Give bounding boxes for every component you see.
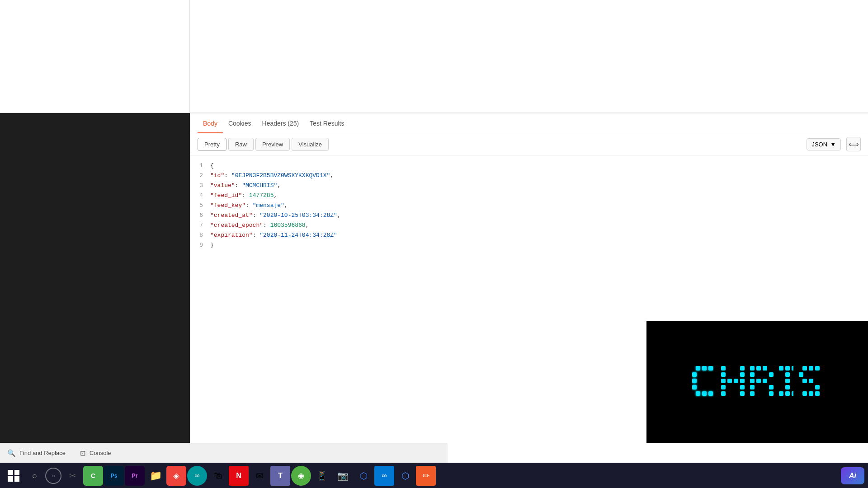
netflix-icon[interactable]: N [229, 466, 249, 486]
teams-icon[interactable]: T [270, 466, 290, 486]
mail-icon[interactable]: ✉ [250, 466, 269, 486]
svg-rect-1 [702, 366, 707, 371]
svg-rect-26 [756, 366, 761, 371]
cortana-button[interactable]: ○ [45, 468, 61, 484]
svg-rect-50 [809, 391, 813, 396]
svg-rect-39 [779, 391, 783, 396]
json-line-5: 5 "feed_key": "mensaje", [190, 201, 868, 211]
svg-rect-13 [721, 391, 726, 396]
taskbar-search-button[interactable]: ⌕ [24, 466, 44, 486]
raw-button[interactable]: Raw [228, 138, 254, 151]
json-line-3: 3 "value": "MCMCHRIS", [190, 181, 868, 191]
svg-rect-24 [750, 385, 755, 389]
svg-rect-21 [750, 366, 755, 371]
photoshop-icon[interactable]: Ps [104, 466, 124, 486]
json-line-2: 2 "id": "0EJPN3F2B5BVZ0WSXYKXKQVD1X", [190, 171, 868, 181]
svg-rect-17 [740, 372, 745, 377]
svg-rect-11 [721, 379, 726, 383]
tab-cookies[interactable]: Cookies [223, 113, 257, 133]
top-area [190, 0, 868, 113]
svg-rect-18 [740, 379, 745, 383]
svg-rect-47 [809, 379, 813, 383]
svg-rect-25 [750, 391, 755, 396]
pretty-button[interactable]: Pretty [198, 138, 226, 151]
xbox-icon[interactable]: ◉ [291, 466, 311, 486]
json-line-4: 4 "feed_id": 1477285, [190, 191, 868, 201]
tab-headers[interactable]: Headers (25) [257, 113, 305, 133]
tab-body[interactable]: Body [198, 113, 223, 133]
json-content: 1 { 2 "id": "0EJPN3F2B5BVZ0WSXYKXKQVD1X"… [190, 155, 868, 256]
tab-test-results[interactable]: Test Results [304, 113, 349, 133]
svg-rect-33 [779, 366, 783, 371]
led-letter-h [721, 366, 745, 398]
json-line-1: 1 { [190, 161, 868, 171]
chrome-icon[interactable]: ⬡ [354, 466, 373, 486]
svg-rect-27 [763, 366, 767, 371]
snipping-tool-icon[interactable]: ✂ [62, 466, 82, 486]
svg-rect-44 [815, 366, 820, 371]
led-letter-i [779, 366, 793, 398]
console-button[interactable]: ⊡ Console [73, 443, 118, 463]
left-panel [0, 0, 190, 113]
console-icon: ⊡ [80, 449, 86, 457]
infinity-icon[interactable]: ∞ [374, 466, 394, 486]
svg-rect-4 [692, 379, 697, 383]
ai-button[interactable]: Ai [841, 467, 864, 484]
svg-rect-7 [702, 391, 707, 396]
svg-rect-51 [815, 391, 820, 396]
led-display-overlay [646, 321, 868, 443]
anydesk-icon[interactable]: ◈ [166, 466, 186, 486]
svg-rect-15 [734, 379, 738, 383]
instagram-icon[interactable]: 📷 [333, 466, 353, 486]
led-display [692, 366, 822, 398]
arduino-icon[interactable]: ∞ [187, 466, 207, 486]
whatsapp-icon[interactable]: 📱 [312, 466, 332, 486]
format-bar: Pretty Raw Preview Visualize JSON ▼ ⟺ [190, 133, 868, 155]
svg-rect-36 [785, 372, 790, 377]
svg-rect-16 [740, 366, 745, 371]
svg-rect-30 [763, 379, 767, 383]
svg-rect-49 [802, 391, 807, 396]
svg-rect-20 [740, 391, 745, 396]
wrap-button[interactable]: ⟺ [846, 137, 861, 151]
json-line-8: 8 "expiration": "2020-11-24T04:34:28Z" [190, 230, 868, 240]
svg-rect-19 [740, 385, 745, 389]
svg-rect-48 [815, 385, 820, 389]
svg-rect-32 [769, 391, 774, 396]
svg-rect-29 [756, 379, 761, 383]
find-replace-button[interactable]: 🔍 Find and Replace [0, 443, 73, 463]
response-tabs: Body Cookies Headers (25) Test Results [190, 113, 868, 133]
file-explorer-icon[interactable]: 📁 [146, 466, 165, 486]
svg-rect-8 [708, 391, 713, 396]
camtasia-icon[interactable]: C [83, 466, 103, 486]
svg-rect-2 [708, 366, 713, 371]
svg-rect-45 [799, 372, 803, 377]
taskbar: ⌕ ○ ✂ C Ps Pr 📁 ◈ ∞ 🛍 N ✉ T ◉ 📱 📷 ⬡ ∞ ⬡ … [0, 463, 868, 488]
wacom-icon[interactable]: ✏ [416, 466, 436, 486]
json-selector[interactable]: JSON ▼ [807, 138, 841, 150]
svg-rect-14 [727, 379, 732, 383]
json-line-7: 7 "created_epoch": 1603596868, [190, 221, 868, 230]
svg-rect-38 [785, 385, 790, 389]
json-line-9: 9 } [190, 240, 868, 250]
svg-rect-37 [785, 379, 790, 383]
windows-start-button[interactable] [4, 466, 24, 486]
search-icon: 🔍 [7, 449, 16, 457]
svg-rect-28 [769, 372, 774, 377]
svg-rect-0 [696, 366, 700, 371]
svg-rect-12 [721, 385, 726, 389]
svg-rect-41 [792, 391, 793, 396]
bottom-bar: 🔍 Find and Replace ⊡ Console [0, 443, 448, 463]
led-letter-r [750, 366, 774, 398]
svg-rect-40 [785, 391, 790, 396]
preview-button[interactable]: Preview [255, 138, 290, 151]
svg-rect-35 [792, 366, 793, 371]
svg-rect-6 [696, 391, 700, 396]
visualize-button[interactable]: Visualize [292, 138, 329, 151]
svg-rect-43 [809, 366, 813, 371]
chrome-2-icon[interactable]: ⬡ [395, 466, 415, 486]
msstore-icon[interactable]: 🛍 [208, 466, 228, 486]
led-letter-s [799, 366, 822, 398]
premiere-icon[interactable]: Pr [125, 466, 145, 486]
json-line-6: 6 "created_at": "2020-10-25T03:34:28Z", [190, 211, 868, 221]
